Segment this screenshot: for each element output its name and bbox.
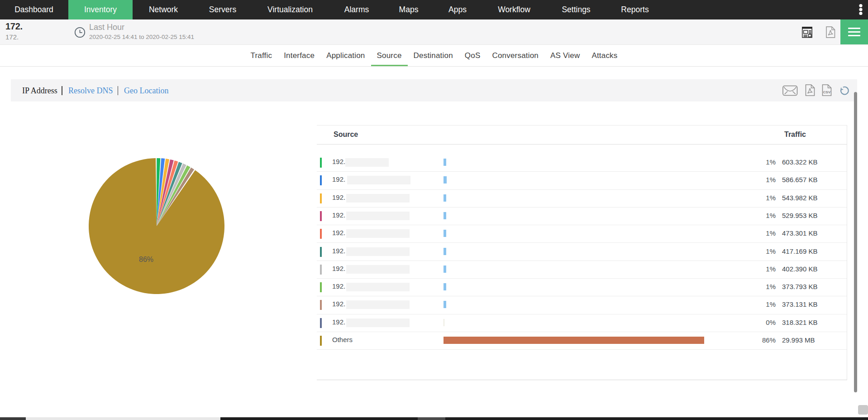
svg-text:CSV: CSV: [823, 90, 831, 94]
svg-text:86%: 86%: [139, 256, 153, 263]
